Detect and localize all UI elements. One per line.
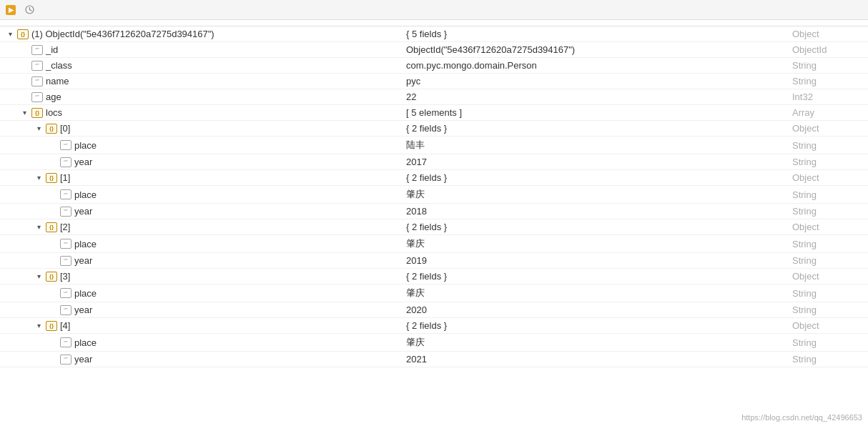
key-label: place bbox=[74, 239, 97, 249]
collection-icon: ▶ bbox=[6, 5, 16, 15]
table-row: “”place肇庆String bbox=[0, 284, 868, 302]
object-icon: {} bbox=[46, 173, 57, 183]
table-row[interactable]: ▾{}(1) ObjectId("5e436f712620a7275d39416… bbox=[0, 26, 868, 42]
table-row: “”place肇庆String bbox=[0, 235, 868, 253]
key-label: [0] bbox=[60, 123, 70, 134]
key-label: name bbox=[46, 76, 69, 86]
type-cell: ObjectId bbox=[786, 42, 868, 58]
type-cell: String bbox=[786, 58, 868, 74]
key-cell: ▾{}(1) ObjectId("5e436f712620a7275d39416… bbox=[0, 26, 400, 42]
key-label: [2] bbox=[60, 222, 70, 232]
key-cell: ▾{}[2] bbox=[0, 219, 400, 235]
expand-chevron-icon[interactable]: ▾ bbox=[34, 124, 43, 133]
type-cell: Object bbox=[786, 318, 868, 334]
value-cell: 2018 bbox=[400, 204, 786, 219]
expand-chevron-icon[interactable]: ▾ bbox=[6, 30, 14, 39]
key-label: year bbox=[74, 304, 92, 315]
type-cell: String bbox=[786, 302, 868, 318]
table-row[interactable]: ▾{}[4]{ 2 fields }Object bbox=[0, 318, 868, 334]
key-label: [4] bbox=[60, 320, 70, 331]
key-cell: “”year bbox=[0, 154, 400, 170]
table-row[interactable]: ▾{}locs[ 5 elements ]Array bbox=[0, 105, 868, 121]
string-field-icon: “” bbox=[31, 61, 43, 71]
key-label: year bbox=[74, 206, 92, 217]
value-cell: 肇庆 bbox=[400, 235, 786, 253]
value-cell: ObjectId("5e436f712620a7275d394167") bbox=[400, 42, 786, 58]
value-cell: [ 5 elements ] bbox=[400, 105, 786, 121]
type-cell: Array bbox=[786, 105, 868, 121]
table-row[interactable]: ▾{}[3]{ 2 fields }Object bbox=[0, 269, 868, 284]
value-cell: 陆丰 bbox=[400, 137, 786, 154]
col-header-key bbox=[0, 20, 400, 26]
key-cell: ▾{}[0] bbox=[0, 121, 400, 137]
key-cell: ▾{}[3] bbox=[0, 269, 400, 284]
key-label: year bbox=[74, 157, 92, 167]
watermark: https://blog.csdn.net/qq_42496653 bbox=[741, 413, 862, 422]
result-table: ▾{}(1) ObjectId("5e436f712620a7275d39416… bbox=[0, 20, 868, 367]
string-field-icon: “” bbox=[60, 337, 71, 347]
type-cell: String bbox=[786, 253, 868, 269]
value-cell: { 2 fields } bbox=[400, 121, 786, 137]
key-cell: ▾{}[4] bbox=[0, 318, 400, 334]
type-cell: Object bbox=[786, 170, 868, 186]
key-cell: “”name bbox=[0, 74, 400, 89]
string-field-icon: “” bbox=[60, 288, 71, 298]
string-field-icon: “” bbox=[31, 92, 43, 102]
key-label: age bbox=[46, 91, 61, 102]
key-label: place bbox=[74, 140, 97, 151]
value-cell: { 2 fields } bbox=[400, 269, 786, 284]
table-row: “”namepycString bbox=[0, 74, 868, 89]
value-cell: 2020 bbox=[400, 302, 786, 318]
value-cell: 肇庆 bbox=[400, 334, 786, 352]
type-cell: String bbox=[786, 186, 868, 204]
table-row[interactable]: ▾{}[0]{ 2 fields }Object bbox=[0, 121, 868, 137]
value-cell: { 2 fields } bbox=[400, 170, 786, 186]
value-cell: com.pyc.mongo.domain.Person bbox=[400, 58, 786, 74]
table-row[interactable]: ▾{}[1]{ 2 fields }Object bbox=[0, 170, 868, 186]
type-cell: Int32 bbox=[786, 89, 868, 105]
table-row: “”place陆丰String bbox=[0, 137, 868, 154]
value-cell: 2019 bbox=[400, 253, 786, 269]
expand-chevron-icon[interactable]: ▾ bbox=[34, 322, 43, 330]
table-row: “”_classcom.pyc.mongo.domain.PersonStrin… bbox=[0, 58, 868, 74]
key-label: year bbox=[74, 255, 92, 266]
type-cell: Object bbox=[786, 219, 868, 235]
key-cell: “”place bbox=[0, 235, 400, 253]
table-header-row bbox=[0, 20, 868, 26]
expand-chevron-icon[interactable]: ▾ bbox=[34, 223, 43, 232]
string-field-icon: “” bbox=[60, 140, 71, 150]
table-row: “”year2021String bbox=[0, 352, 868, 367]
key-cell: “”place bbox=[0, 137, 400, 154]
title-bar: ▶ bbox=[0, 0, 868, 20]
key-cell: “”_id bbox=[0, 42, 400, 58]
table-row[interactable]: ▾{}[2]{ 2 fields }Object bbox=[0, 219, 868, 235]
object-icon: {} bbox=[46, 222, 57, 232]
expand-chevron-icon[interactable]: ▾ bbox=[34, 272, 43, 281]
value-cell: pyc bbox=[400, 74, 786, 89]
string-field-icon: “” bbox=[60, 157, 71, 167]
clock-icon bbox=[24, 5, 34, 15]
key-label: [3] bbox=[60, 271, 70, 282]
string-field-icon: “” bbox=[60, 207, 71, 217]
string-field-icon: “” bbox=[60, 355, 71, 365]
value-cell: { 2 fields } bbox=[400, 219, 786, 235]
key-cell: “”age bbox=[0, 89, 400, 105]
table-container: ▾{}(1) ObjectId("5e436f712620a7275d39416… bbox=[0, 20, 868, 426]
key-cell: “”_class bbox=[0, 58, 400, 74]
type-cell: Object bbox=[786, 121, 868, 137]
expand-chevron-icon[interactable]: ▾ bbox=[20, 109, 29, 117]
key-label: year bbox=[74, 354, 92, 365]
object-icon: {} bbox=[46, 272, 57, 282]
type-cell: Object bbox=[786, 269, 868, 284]
key-label: _id bbox=[46, 44, 58, 55]
table-row: “”year2020String bbox=[0, 302, 868, 318]
expand-chevron-icon[interactable]: ▾ bbox=[34, 174, 43, 182]
value-cell: 肇庆 bbox=[400, 284, 786, 302]
string-field-icon: “” bbox=[31, 76, 43, 86]
value-cell: 2017 bbox=[400, 154, 786, 170]
value-cell: { 2 fields } bbox=[400, 318, 786, 334]
key-cell: “”year bbox=[0, 352, 400, 367]
string-field-icon: “” bbox=[60, 256, 71, 266]
key-label: locs bbox=[46, 107, 62, 118]
key-label: (1) ObjectId("5e436f712620a7275d394167") bbox=[31, 29, 214, 39]
